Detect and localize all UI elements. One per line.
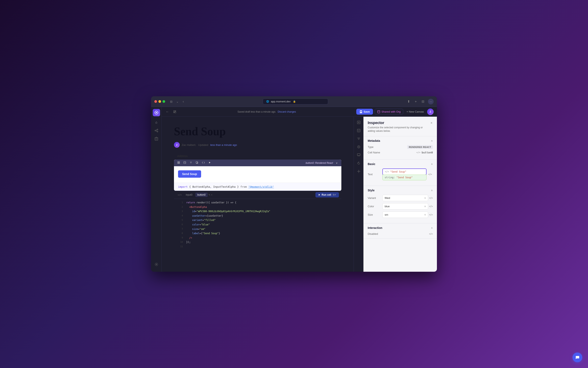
variant-code-btn[interactable]: </>	[429, 196, 433, 200]
svg-rect-34	[179, 163, 180, 164]
code-line-2: 2 <ButtonAlpha	[174, 205, 341, 210]
chat-bubble-btn[interactable]	[572, 352, 582, 362]
save-button[interactable]: Save	[356, 109, 373, 115]
color-label: Color	[368, 205, 380, 208]
top-bar-center: Saved draft less than a minute ago. Disc…	[180, 110, 354, 113]
maximize-traffic-light[interactable]	[162, 100, 165, 103]
cell-name-value: </> button0	[416, 151, 433, 154]
filter-icon[interactable]	[355, 136, 362, 142]
back-button[interactable]: ‹	[181, 99, 185, 104]
svg-rect-35	[184, 162, 186, 164]
cell-tool-run-btn[interactable]	[208, 161, 212, 165]
settings-icon[interactable]	[355, 168, 362, 175]
size-dropdown[interactable]: sm ∨	[382, 212, 428, 218]
size-code-btn[interactable]: </>	[429, 213, 433, 216]
user-avatar-btn[interactable]: Z	[427, 109, 434, 115]
history-icon[interactable]	[355, 160, 362, 166]
sidebar-item-graph[interactable]	[153, 127, 160, 134]
address-label: Address	[174, 152, 191, 159]
table-icon[interactable]	[355, 127, 362, 134]
inspector-title: Inspector	[368, 121, 430, 125]
svg-rect-32	[179, 162, 180, 162]
cell-expand-btn[interactable]: ∨	[335, 161, 339, 165]
main-area: ← Saved draft less than a minute ago. Di…	[162, 107, 437, 272]
style-title: Style	[368, 189, 374, 192]
sidebar-item-home[interactable]: ⌂	[153, 119, 160, 126]
url-input[interactable]: 🌐 app.moment.dev 🔒	[263, 99, 328, 104]
share-icon-btn[interactable]: ⬆	[406, 99, 411, 104]
svg-rect-19	[378, 110, 380, 113]
save-label: Save	[364, 110, 370, 113]
sidebar-toggle-icon[interactable]: ⊟	[169, 99, 173, 104]
type-label: Type	[368, 146, 373, 148]
text-field-code-btn[interactable]: </>	[427, 172, 433, 177]
back-arrow-btn[interactable]: ←	[165, 109, 170, 114]
saved-status: Saved draft less than a minute ago.	[237, 110, 276, 113]
svg-rect-13	[175, 110, 176, 111]
sidebar-item-settings[interactable]	[153, 261, 160, 268]
interaction-section-header[interactable]: Interaction ∧	[364, 223, 437, 232]
inspector-close-btn[interactable]: ×	[430, 121, 433, 125]
minimize-traffic-light[interactable]	[158, 100, 161, 103]
shared-org-button[interactable]: Shared with Org	[375, 109, 403, 115]
new-canvas-button[interactable]: + New Canvas	[405, 109, 426, 114]
svg-point-3	[157, 131, 158, 132]
chevron-down-icon[interactable]: ⌄	[175, 99, 180, 104]
cell-toolbar: button0: Rendered React ∨	[174, 159, 341, 166]
metadata-body: Type RENDERED REACT Cell Name </> button…	[364, 145, 437, 159]
style-section-header[interactable]: Style ∧	[364, 186, 437, 195]
variant-row: Variant filled ∨ </>	[368, 195, 433, 201]
traffic-lights	[154, 100, 165, 103]
tab-button0[interactable]: button0	[195, 193, 208, 197]
code-tag-icon: </>	[176, 193, 183, 197]
svg-rect-29	[357, 154, 360, 156]
more-options-btn[interactable]: ···	[428, 99, 434, 104]
color-value: blue	[385, 205, 390, 208]
svg-point-1	[155, 130, 156, 131]
svg-rect-18	[360, 112, 362, 113]
code-line-10: 10 });	[174, 240, 341, 245]
tabs-overview-btn[interactable]: ⊟	[420, 99, 426, 104]
cell-tool-expand-btn[interactable]	[176, 161, 181, 165]
svg-point-28	[358, 147, 359, 147]
metadata-section-header[interactable]: Metadata ∧	[364, 136, 437, 145]
send-soup-preview-btn[interactable]: Send Soup	[178, 170, 201, 178]
inspector-style-section: Style ∧ Variant filled ∨ </>	[364, 186, 437, 223]
tab-input0[interactable]: input0	[184, 193, 195, 197]
run-cell-btn[interactable]: Run cell ⇧↵	[315, 192, 339, 197]
sidebar-item-trash[interactable]	[153, 135, 160, 142]
app-logo[interactable]	[153, 109, 160, 116]
basic-section-header[interactable]: Basic ∧	[364, 159, 437, 168]
discard-changes-link[interactable]: Discard changes	[278, 110, 296, 113]
svg-rect-14	[173, 112, 175, 113]
comment-icon[interactable]	[355, 152, 362, 158]
svg-rect-12	[173, 110, 175, 111]
close-traffic-light[interactable]	[154, 100, 157, 103]
svg-line-5	[156, 131, 157, 131]
add-cell-icon[interactable]	[355, 119, 362, 126]
color-code-btn[interactable]: </>	[429, 205, 433, 208]
cell-name-label: Cell Name	[368, 151, 380, 154]
tab-edit-icon[interactable]: ✎	[209, 193, 210, 196]
cell-tool-code-btn[interactable]	[201, 161, 206, 165]
browser-window: ⊟ ⌄ ‹ 🌐 app.moment.dev 🔒 ⬆ + ⊟ ···	[151, 96, 437, 272]
variant-label: Variant	[368, 196, 380, 200]
color-dropdown[interactable]: blue ∨	[382, 203, 428, 210]
globe-icon: 🌐	[266, 100, 269, 103]
import-lib-link[interactable]: "@moment/stdlib"	[248, 185, 274, 188]
text-field-input[interactable]: </> "Send Soup"	[382, 168, 427, 175]
updated-link[interactable]: less than a minute ago	[210, 143, 237, 147]
component-icon[interactable]	[355, 144, 362, 150]
color-row: Color blue ∨ </>	[368, 203, 433, 210]
cell-tool-format-btn[interactable]	[182, 161, 187, 165]
cell-name-code-icon: </>	[416, 151, 420, 154]
svg-rect-6	[155, 138, 158, 140]
cell-tool-filter-btn[interactable]	[189, 161, 193, 165]
new-tab-icon-btn[interactable]: +	[414, 99, 418, 104]
tab-close-icon[interactable]: ×	[211, 193, 212, 196]
cell-tool-copy-btn[interactable]	[195, 161, 199, 165]
metadata-chevron-icon: ∧	[431, 139, 433, 142]
disabled-code-btn[interactable]: </>	[429, 232, 433, 235]
size-row: Size sm ∨ </>	[368, 212, 433, 218]
variant-dropdown[interactable]: filled ∨	[382, 195, 428, 201]
